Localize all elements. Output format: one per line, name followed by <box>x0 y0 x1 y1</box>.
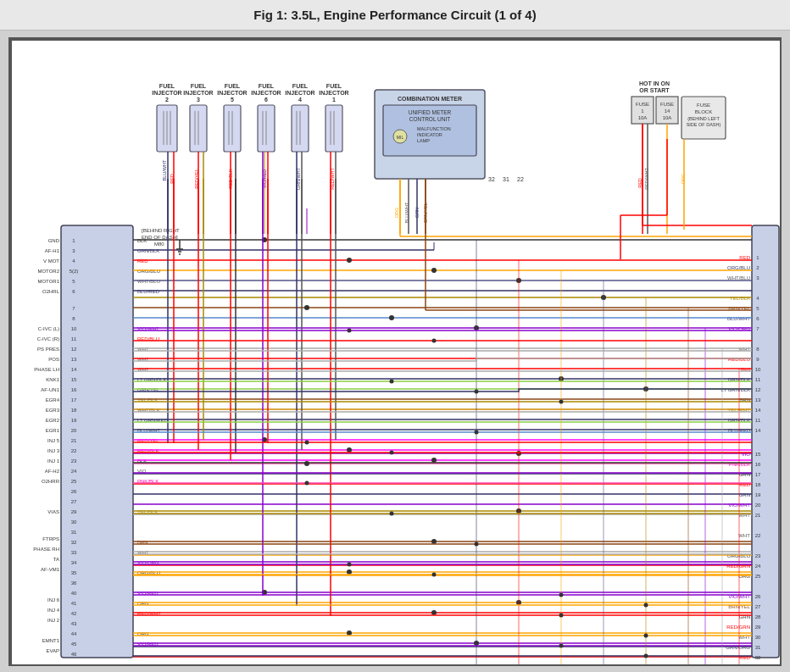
svg-text:FUEL: FUEL <box>292 83 309 89</box>
svg-text:15: 15 <box>755 452 761 457</box>
svg-point-379 <box>559 614 564 618</box>
svg-point-366 <box>390 380 394 384</box>
svg-point-322 <box>304 461 309 466</box>
svg-text:17: 17 <box>71 397 77 403</box>
svg-text:17: 17 <box>755 472 761 477</box>
svg-text:FUEL: FUEL <box>326 83 342 89</box>
svg-text:MOTOR1: MOTOR1 <box>37 279 59 284</box>
svg-text:15: 15 <box>71 377 77 382</box>
svg-point-310 <box>431 268 437 273</box>
svg-text:33: 33 <box>71 550 77 555</box>
svg-text:GRN: GRN <box>414 208 420 218</box>
svg-point-329 <box>347 630 352 636</box>
svg-text:ORG: ORG <box>681 174 686 185</box>
svg-text:22: 22 <box>517 176 524 182</box>
svg-text:22: 22 <box>755 533 761 538</box>
svg-text:19: 19 <box>71 418 77 423</box>
svg-text:RED/WHT: RED/WHT <box>330 168 335 190</box>
svg-text:11: 11 <box>71 336 77 342</box>
svg-text:INJECTOR: INJECTOR <box>285 90 314 96</box>
svg-text:11: 11 <box>755 377 761 382</box>
svg-text:FUEL: FUEL <box>225 83 241 89</box>
svg-text:INJ 2: INJ 2 <box>47 618 60 623</box>
svg-text:INJECTOR: INJECTOR <box>251 90 281 96</box>
svg-text:KNK1: KNK1 <box>46 377 59 382</box>
svg-point-368 <box>559 400 564 404</box>
svg-text:BLU/WHT: BLU/WHT <box>404 202 409 223</box>
svg-text:POS: POS <box>48 357 59 362</box>
svg-text:32: 32 <box>71 540 77 545</box>
svg-text:21: 21 <box>71 438 77 443</box>
svg-text:RED: RED <box>637 178 643 188</box>
svg-text:BLOCK: BLOCK <box>695 109 712 114</box>
svg-text:31: 31 <box>503 176 509 182</box>
svg-text:25: 25 <box>71 479 77 484</box>
svg-text:41: 41 <box>71 601 77 606</box>
page-title-bar: Fig 1: 3.5L, Engine Performance Circuit … <box>0 0 790 31</box>
svg-text:LT GRN/BLK: LT GRN/BLK <box>721 387 750 392</box>
svg-text:O2HRR: O2HRR <box>42 479 60 484</box>
svg-text:5(2): 5(2) <box>70 269 79 274</box>
svg-text:EGR2: EGR2 <box>46 418 60 423</box>
svg-point-313 <box>304 305 309 310</box>
svg-text:33: 33 <box>755 665 761 666</box>
svg-text:VIAS: VIAS <box>47 509 59 514</box>
svg-text:PHASE LH: PHASE LH <box>34 367 59 372</box>
svg-text:AF-H2: AF-H2 <box>45 469 60 474</box>
svg-text:18: 18 <box>755 482 761 487</box>
svg-text:M80: M80 <box>154 242 164 247</box>
svg-text:LAMP: LAMP <box>417 138 430 143</box>
svg-text:INJ 3: INJ 3 <box>47 448 60 453</box>
svg-text:RED/YEL: RED/YEL <box>194 169 199 189</box>
svg-text:RED/WHT: RED/WHT <box>644 168 649 190</box>
svg-text:GRN/WHT: GRN/WHT <box>296 167 301 190</box>
svg-text:45: 45 <box>71 641 77 647</box>
svg-point-309 <box>347 258 352 263</box>
svg-text:WHT/BLU: WHT/BLU <box>727 275 750 280</box>
svg-point-314 <box>389 315 394 320</box>
svg-text:31: 31 <box>755 645 761 650</box>
svg-text:MOTOR2: MOTOR2 <box>37 269 59 274</box>
svg-text:PHASE RH: PHASE RH <box>33 547 59 552</box>
svg-text:MALFUNCTION: MALFUNCTION <box>417 126 451 131</box>
svg-point-374 <box>475 542 479 547</box>
svg-text:RED: RED <box>170 174 175 184</box>
svg-text:1: 1 <box>332 97 336 103</box>
svg-text:EVAP: EVAP <box>46 648 59 653</box>
svg-text:FUEL: FUEL <box>191 83 207 89</box>
svg-point-367 <box>475 390 479 394</box>
svg-text:MIL: MIL <box>397 135 404 140</box>
svg-text:C-IVC (R): C-IVC (R) <box>37 336 59 342</box>
svg-text:14: 14 <box>71 367 77 372</box>
svg-text:FUSE: FUSE <box>697 103 710 108</box>
svg-text:46: 46 <box>71 652 77 657</box>
svg-text:29: 29 <box>755 625 761 630</box>
svg-text:VIO/RED: VIO/RED <box>262 169 267 189</box>
svg-text:RED/GRN: RED/GRN <box>726 625 750 630</box>
svg-text:27: 27 <box>755 604 761 609</box>
svg-text:10: 10 <box>71 326 77 331</box>
wiring-diagram-svg: FUEL INJECTOR 2 FUEL INJECTOR 3 FUEL INJ… <box>10 39 782 666</box>
svg-text:RED: RED <box>137 258 148 264</box>
svg-text:22: 22 <box>71 448 77 453</box>
svg-text:FUSE: FUSE <box>660 102 674 107</box>
svg-text:14: 14 <box>665 108 670 114</box>
svg-text:YEL/BLK: YEL/BLK <box>730 296 750 301</box>
svg-point-325 <box>347 569 352 575</box>
svg-point-380 <box>644 634 648 638</box>
svg-text:BLU/WHT: BLU/WHT <box>727 316 750 321</box>
svg-text:AF-UN1: AF-UN1 <box>41 387 59 392</box>
svg-text:INJ 5: INJ 5 <box>47 438 60 443</box>
svg-point-377 <box>559 593 564 597</box>
svg-point-370 <box>305 441 309 445</box>
svg-text:14: 14 <box>755 408 761 413</box>
svg-text:(BEHIND LEFT: (BEHIND LEFT <box>687 116 720 121</box>
svg-text:13: 13 <box>755 397 761 403</box>
svg-text:END OF DASH]: END OF DASH] <box>142 235 178 240</box>
svg-text:2: 2 <box>165 97 169 103</box>
svg-text:INJECTOR: INJECTOR <box>152 90 181 96</box>
svg-text:20: 20 <box>755 503 761 508</box>
svg-text:23: 23 <box>71 458 77 464</box>
svg-text:UNIFIED METER: UNIFIED METER <box>409 109 452 115</box>
svg-text:24: 24 <box>755 564 761 569</box>
